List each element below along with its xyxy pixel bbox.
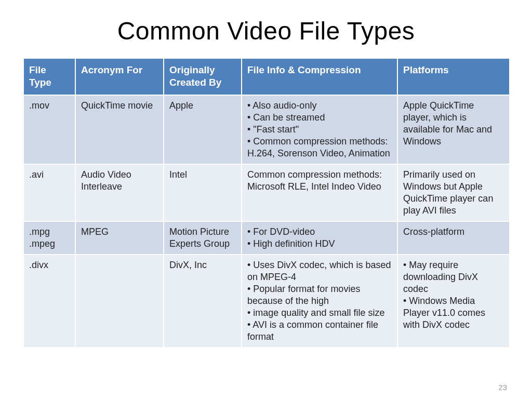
- cell-acronym: [75, 255, 164, 348]
- cell-file-type: .mov: [23, 95, 75, 164]
- file-type-line: .avi: [29, 169, 70, 181]
- cell-platforms: Apple QuickTime player, which is availab…: [397, 95, 510, 164]
- info-bullet: For DVD-video: [247, 226, 392, 238]
- slide-title: Common Video File Types: [23, 17, 509, 45]
- cell-platforms: May require downloading DivX codecWindow…: [397, 255, 510, 348]
- info-bullet: Can be streamed: [247, 112, 392, 124]
- platforms-bullet: May require downloading DivX codec: [403, 259, 504, 295]
- info-bullet: High definition HDV: [247, 238, 392, 250]
- info-bullet: Also audio-only: [247, 100, 392, 112]
- info-bullet: Common compression methods: H.264, Soren…: [247, 136, 392, 159]
- table-row: .divxDivX, IncUses DivX codec, which is …: [23, 255, 510, 348]
- file-types-table: File Type Acronym For Originally Created…: [23, 58, 510, 348]
- table-body: .movQuickTime movieAppleAlso audio-onlyC…: [23, 95, 510, 348]
- cell-platforms: Cross-platform: [397, 221, 510, 255]
- table-row: .aviAudio Video InterleaveIntelCommon co…: [23, 164, 510, 221]
- cell-acronym: QuickTime movie: [75, 95, 164, 164]
- info-bullet: AVI is a common container file format: [247, 319, 392, 343]
- col-acronym: Acronym For: [75, 58, 164, 95]
- slide: Common Video File Types File Type Acrony…: [0, 0, 532, 399]
- cell-info: Common compression methods: Microsoft RL…: [242, 164, 397, 221]
- page-number: 23: [498, 383, 507, 392]
- cell-file-type: .mpg.mpeg: [23, 221, 75, 255]
- info-bullet-list: Uses DivX codec, which is based on MPEG-…: [247, 259, 392, 343]
- cell-file-type: .avi: [23, 164, 75, 221]
- cell-originally: Apple: [164, 95, 242, 164]
- cell-info: Uses DivX codec, which is based on MPEG-…: [242, 255, 397, 348]
- info-bullet-list: Also audio-onlyCan be streamed"Fast star…: [247, 100, 392, 159]
- info-bullet: Uses DivX codec, which is based on MPEG-…: [247, 259, 392, 283]
- cell-originally: DivX, Inc: [164, 255, 242, 348]
- cell-file-type: .divx: [23, 255, 75, 348]
- platforms-bullet: Windows Media Player v11.0 comes with Di…: [403, 295, 504, 331]
- cell-info: For DVD-videoHigh definition HDV: [242, 221, 397, 255]
- file-type-line: .divx: [29, 259, 70, 271]
- cell-originally: Motion Picture Experts Group: [164, 221, 242, 255]
- col-info: File Info & Compression: [242, 58, 397, 95]
- file-type-line: .mpeg: [29, 238, 70, 250]
- table-header-row: File Type Acronym For Originally Created…: [23, 58, 510, 95]
- cell-info: Also audio-onlyCan be streamed"Fast star…: [242, 95, 397, 164]
- col-platforms: Platforms: [397, 58, 510, 95]
- col-originally: Originally Created By: [164, 58, 242, 95]
- info-bullet: Popular format for movies because of the…: [247, 283, 392, 307]
- cell-platforms: Primarily used on Windows but Apple Quic…: [397, 164, 510, 221]
- platforms-bullet-list: May require downloading DivX codecWindow…: [403, 259, 504, 331]
- table-row: .movQuickTime movieAppleAlso audio-onlyC…: [23, 95, 510, 164]
- info-bullet-list: For DVD-videoHigh definition HDV: [247, 226, 392, 250]
- col-file-type: File Type: [23, 58, 75, 95]
- cell-acronym: MPEG: [75, 221, 164, 255]
- info-bullet: image quality and small file size: [247, 307, 392, 319]
- info-bullet: "Fast start": [247, 124, 392, 136]
- file-type-line: .mpg: [29, 226, 70, 238]
- cell-originally: Intel: [164, 164, 242, 221]
- file-type-line: .mov: [29, 100, 70, 112]
- cell-acronym: Audio Video Interleave: [75, 164, 164, 221]
- table-row: .mpg.mpegMPEGMotion Picture Experts Grou…: [23, 221, 510, 255]
